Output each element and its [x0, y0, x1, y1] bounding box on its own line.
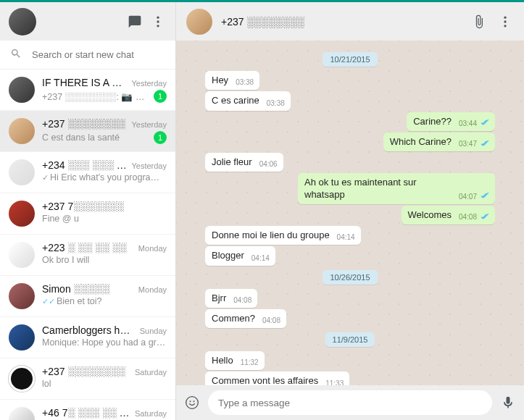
message-row: C es carine03:38: [205, 91, 495, 110]
message-field[interactable]: [208, 390, 492, 415]
message-row: Hello11:32: [205, 351, 495, 370]
chat-item-preview: lol: [42, 379, 167, 389]
message-text: Jolie fleur: [212, 156, 252, 168]
message-bubble[interactable]: C es carine03:38: [205, 91, 291, 110]
messages-pane[interactable]: 10/21/2015Hey03:38C es carine03:38Carine…: [176, 41, 524, 385]
chat-item-avatar: [9, 283, 35, 309]
chat-list-item[interactable]: +237 ░░░░░░░░Saturdaylol: [0, 358, 175, 400]
chat-list-item[interactable]: +234 ░░░ ░░░ ░░░░Yesterday✓Hi Eric what'…: [0, 152, 175, 193]
chat-item-time: Monday: [138, 244, 167, 253]
message-input[interactable]: [218, 398, 482, 408]
message-bubble[interactable]: Which Carine?03:47: [383, 133, 495, 151]
left-header: [0, 2, 175, 41]
message-row: Bjrr04:08: [205, 289, 495, 308]
message-bubble[interactable]: Ah ok tu es maintenant sur whatsapp04:07: [298, 173, 495, 204]
chat-header: +237 ░░░░░░░░: [176, 2, 524, 41]
message-text: Hey: [212, 75, 228, 86]
svg-point-1: [157, 20, 159, 22]
chat-item-time: Yesterday: [131, 120, 167, 129]
chat-item-avatar: [9, 324, 35, 350]
message-text: Welcomes: [408, 209, 452, 221]
message-bubble[interactable]: Hello11:32: [205, 351, 265, 370]
svg-point-4: [504, 20, 506, 22]
chat-item-preview: Monique: Hope you had a great weekend: [42, 337, 167, 348]
message-time: 04:08: [233, 296, 251, 304]
search-icon: [10, 48, 22, 62]
message-text: C es carine: [212, 95, 259, 106]
svg-point-8: [194, 400, 195, 402]
unread-badge: 1: [154, 90, 167, 103]
new-chat-icon[interactable]: [126, 13, 144, 30]
chat-list-item[interactable]: Camerbloggers hang outcrySundayMonique: …: [0, 317, 175, 358]
chat-item-name: +223 ░ ░░ ░░ ░░: [42, 242, 134, 253]
message-time: 04:08: [459, 213, 489, 221]
chat-item-name: +237 ░░░░░░░░: [42, 118, 127, 130]
message-bubble[interactable]: Hey03:38: [205, 71, 259, 90]
chat-item-time: Yesterday: [131, 161, 167, 170]
message-bubble[interactable]: Carine??03:44: [407, 112, 495, 131]
svg-point-2: [157, 25, 159, 27]
svg-point-0: [157, 16, 159, 18]
message-time: 03:47: [459, 140, 489, 148]
message-bubble[interactable]: Bjrr04:08: [205, 289, 257, 308]
message-bubble[interactable]: Blogger04:14: [205, 246, 275, 265]
chat-item-avatar: [9, 118, 35, 144]
chat-item-avatar: [9, 159, 35, 185]
chat-list-item[interactable]: +46 7░ ░░░ ░░ ░░Saturday✓✓I know you are…: [0, 400, 175, 420]
chat-item-time: Sunday: [140, 327, 167, 335]
attach-icon[interactable]: [470, 13, 488, 30]
svg-point-3: [504, 16, 506, 18]
message-bubble[interactable]: Jolie fleur04:06: [205, 153, 283, 172]
chat-item-preview: C est dans la santé: [42, 133, 149, 143]
message-time: 04:14: [337, 233, 355, 241]
emoji-icon[interactable]: [183, 394, 201, 411]
chat-avatar[interactable]: [186, 9, 212, 35]
message-row: Blogger04:14: [205, 246, 495, 265]
message-row: Commen?04:08: [205, 309, 495, 328]
message-bubble[interactable]: Commen vont les affaires11:33: [205, 371, 349, 385]
svg-point-5: [504, 25, 506, 27]
chat-item-avatar: [9, 201, 35, 227]
chat-list[interactable]: IF THERE IS A MAN TO PR...Yesterday+237 …: [0, 70, 175, 420]
date-separator: 10/21/2015: [323, 52, 377, 67]
message-time: 11:33: [325, 379, 344, 386]
date-separator: 10/26/2015: [323, 270, 377, 285]
menu-icon[interactable]: [149, 13, 167, 30]
chat-list-item[interactable]: +237 7░░░░░░░Fine @ u: [0, 193, 175, 235]
search-bar[interactable]: [0, 41, 175, 70]
message-row: Jolie fleur04:06: [205, 153, 495, 172]
chat-item-name: +237 7░░░░░░░: [42, 201, 162, 212]
chat-list-item[interactable]: +237 ░░░░░░░░YesterdayC est dans la sant…: [0, 111, 175, 152]
my-avatar[interactable]: [9, 8, 36, 35]
message-text: Donne moi le lien du groupe: [212, 230, 330, 241]
message-bubble[interactable]: Commen?04:08: [205, 309, 286, 328]
message-row: Carine??03:44: [205, 112, 495, 131]
search-input[interactable]: [32, 49, 165, 60]
message-text: Hello: [212, 355, 233, 366]
message-text: Commen vont les affaires: [212, 375, 318, 385]
message-text: Carine??: [413, 116, 452, 127]
message-time: 04:07: [459, 193, 489, 201]
chat-item-name: +46 7░ ░░░ ░░ ░░: [42, 407, 130, 419]
message-time: 03:38: [236, 78, 254, 86]
chat-menu-icon[interactable]: [496, 13, 514, 30]
chat-item-name: Camerbloggers hang outcry: [42, 324, 136, 336]
chat-title[interactable]: +237 ░░░░░░░░: [221, 16, 462, 28]
message-row: Ah ok tu es maintenant sur whatsapp04:07: [205, 173, 495, 204]
message-bubble[interactable]: Donne moi le lien du groupe04:14: [205, 226, 361, 245]
chat-list-item[interactable]: +223 ░ ░░ ░░ ░░MondayOk bro I will: [0, 235, 175, 276]
chat-item-preview: +237 ░░░░░░░░: 📷 Photo: [42, 91, 149, 102]
message-text: Bjrr: [212, 293, 226, 304]
chat-item-avatar: [9, 77, 35, 103]
chat-item-avatar: [9, 242, 35, 268]
message-row: Welcomes04:08: [205, 206, 495, 224]
chat-item-name: +234 ░░░ ░░░ ░░░░: [42, 159, 127, 171]
unread-badge: 1: [154, 131, 167, 144]
mic-icon[interactable]: [499, 394, 517, 411]
chat-list-item[interactable]: Simon ░░░░░Monday✓✓Bien et toi?: [0, 276, 175, 317]
chat-list-item[interactable]: IF THERE IS A MAN TO PR...Yesterday+237 …: [0, 70, 175, 111]
message-text: Ah ok tu es maintenant sur whatsapp: [304, 177, 452, 201]
message-bubble[interactable]: Welcomes04:08: [402, 206, 495, 224]
message-row: Commen vont les affaires11:33: [205, 371, 495, 385]
chat-item-name: IF THERE IS A MAN TO PR...: [42, 77, 127, 88]
